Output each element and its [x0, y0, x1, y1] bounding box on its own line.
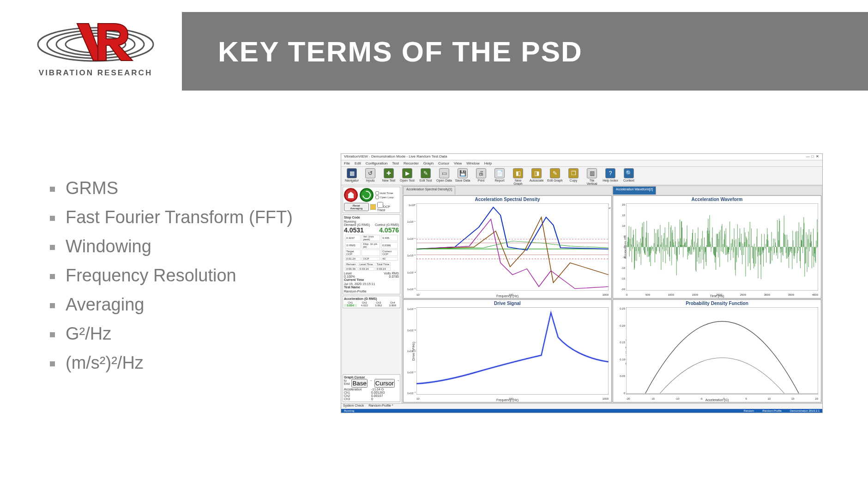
toolbar-context[interactable]: 🔍Context [621, 168, 637, 182]
drive-yticks: 1x10⁻³1x10⁻⁴1x10⁻⁵1x10⁻⁶1x10⁻⁷ [405, 307, 416, 395]
list-item: Frequency Resolution [50, 266, 327, 286]
statusbar: System Check Random-Profile * [341, 403, 822, 409]
menu-configuration[interactable]: Configuration [366, 161, 388, 165]
accel-rms-heading: Acceleration (G RMS) [344, 297, 399, 300]
menu-view[interactable]: View [454, 161, 462, 165]
stopcode-value: Running [344, 220, 399, 223]
svg-rect-412 [626, 307, 818, 395]
stop-button[interactable] [344, 188, 358, 202]
volts-value: 0.0785 [389, 275, 399, 278]
asd-title: Acceleration Spectral Density [404, 197, 611, 202]
list-item: (m/s²)²/Hz [50, 353, 327, 373]
status-testname: Random-Profile * [368, 404, 393, 409]
company-name: VIBRATION RESEARCH [39, 68, 152, 78]
list-item: GRMS [50, 178, 327, 198]
footer-mode: Random [744, 409, 754, 412]
toolbar-navigator[interactable]: ▦Navigator [344, 168, 360, 182]
drive-plot[interactable]: Drive Signal Drive (V²/Hz) Frequency (Hz… [403, 299, 612, 402]
asd-yticks: 1x10⁰1x10⁻¹1x10⁻²1x10⁻³1x10⁻⁴1x10⁻⁵ [405, 203, 416, 291]
drive-canvas [416, 307, 609, 395]
list-item: Averaging [50, 295, 327, 315]
stopcode-heading: Stop Code [344, 216, 399, 219]
wave-title: Acceleration Waveform [613, 197, 821, 202]
close-icon[interactable]: ✕ [815, 154, 820, 158]
maximize-icon[interactable]: □ [810, 154, 815, 158]
menu-graph[interactable]: Graph [423, 161, 434, 165]
cursor-base-button[interactable]: Base [351, 379, 367, 388]
toolbar-autoscale[interactable]: ◨Autoscale [529, 168, 544, 182]
asd-plot[interactable]: Acceleration Spectral Density Accelerati… [403, 195, 612, 298]
open-loop-checkbox[interactable]: Open Loop [375, 195, 394, 199]
drive-title: Drive Signal [404, 301, 611, 306]
reset-indicator-icon [370, 204, 376, 210]
pdf-xticks: -20-15-10-505101520 [626, 397, 818, 400]
vr-logo-icon [33, 17, 158, 67]
footer-bar: Running Random Random-Profile Demonstrat… [341, 409, 822, 413]
control-grms-value: 4.0576 [379, 226, 399, 234]
toolbar-edit-test[interactable]: ✎Edit Test [418, 168, 434, 182]
cursor-cursor-button[interactable]: Cursor [374, 379, 395, 388]
drive-xticks: 101001000 [416, 397, 609, 400]
menu-recorder[interactable]: Recorder [404, 161, 419, 165]
control-panel: Hold Timer Open Loop Reset Averaging OCP… [341, 185, 402, 403]
cursor-heading: Graph Cursor [344, 376, 365, 379]
asd-canvas [416, 203, 609, 291]
hold-timer-checkbox[interactable]: Hold Timer [375, 191, 394, 195]
window-title: VibrationVIEW - Demonstration Mode - Liv… [344, 154, 447, 159]
menu-cursor[interactable]: Cursor [438, 161, 449, 165]
status-system-check: System Check [343, 404, 364, 409]
list-item: Fast Fourier Transform (FFT) [50, 207, 327, 227]
control-label: Control (G RMS) [375, 223, 399, 226]
level-value: 0.100% [344, 275, 355, 278]
testname-value: Random-Profile [344, 290, 399, 293]
reset-averaging-button[interactable]: Reset Averaging [344, 203, 369, 211]
menu-edit[interactable]: Edit [355, 161, 361, 165]
plot-area: Acceleration Spectral Density[1] Acceler… [402, 185, 822, 403]
demand-label: Demand (G RMS) [344, 223, 370, 226]
menubar: FileEditConfigurationTestRecorderGraphCu… [341, 160, 822, 167]
toolbar-print[interactable]: 🖨Print [473, 168, 489, 182]
toolbar-open-test[interactable]: ▶Open Test [399, 168, 415, 182]
channel-values: 3.8544.0223.8623.808 [344, 304, 399, 307]
menu-window[interactable]: Window [466, 161, 479, 165]
toolbar-copy[interactable]: ❐Copy [566, 168, 581, 182]
toolbar-open-data[interactable]: ▭Open Data [436, 168, 452, 182]
ocp-trace-checkbox[interactable]: OCP Trace [377, 202, 399, 212]
pdf-canvas [626, 307, 818, 395]
tab-waveform[interactable]: Acceleration Waveform[2] [613, 186, 656, 195]
waveform-plot[interactable]: Acceleration Waveform Acceleration (G) T… [613, 195, 821, 298]
demand-grms-value: 4.0531 [344, 226, 364, 234]
stop-code-section: Stop Code Running Demand (G RMS) Control… [343, 214, 400, 294]
toolbar-new-test[interactable]: ✚New Test [381, 168, 397, 182]
menu-test[interactable]: Test [392, 161, 399, 165]
footer-profile: Random-Profile [762, 409, 782, 412]
slide-title-bar: KEY TERMS OF THE PSD [182, 12, 868, 91]
slide-title: KEY TERMS OF THE PSD [218, 35, 583, 68]
tab-asd[interactable]: Acceleration Spectral Density[1] [403, 186, 455, 195]
window-buttons: —□✕ [806, 154, 820, 159]
toolbar-new-graph[interactable]: ◧New Graph [510, 168, 526, 185]
graph-cursor-section: Graph Cursor to End Base → Cursor → Acce… [343, 374, 400, 402]
wave-yticks: 20151050-5-10-15-20 [615, 203, 625, 291]
toolbar-edit-graph[interactable]: ✎Edit Graph [547, 168, 563, 182]
list-item: Windowing [50, 237, 327, 256]
footer-version: Demonstration 2019.2.1 [790, 409, 820, 412]
key-terms-list: GRMS Fast Fourier Transform (FFT) Window… [50, 178, 327, 382]
current-time-value: Jul 15, 2020 15:15:11 [344, 282, 399, 286]
toolbar-inputs[interactable]: ↺Inputs [362, 168, 378, 182]
run-button[interactable] [360, 188, 374, 202]
vibrationview-window: VibrationVIEW - Demonstration Mode - Liv… [341, 153, 823, 413]
cursor-mode[interactable]: to End [344, 379, 350, 388]
minimize-icon[interactable]: — [806, 154, 810, 158]
menu-help[interactable]: Help [484, 161, 492, 165]
pdf-title: Probability Density Function [613, 301, 821, 306]
channels-section: Acceleration (G RMS) Ch1Ch2Ch3Ch4 3.8544… [343, 296, 400, 308]
menu-file[interactable]: File [344, 161, 350, 165]
control-buttons-section: Hold Timer Open Loop Reset Averaging OCP… [343, 187, 400, 213]
pdf-plot[interactable]: Probability Density Function Probability… [613, 299, 821, 402]
toolbar-save-data[interactable]: 💾Save Data [455, 168, 470, 182]
volts-rms-label: Volts RMS [384, 272, 399, 275]
toolbar-tile-vertical[interactable]: ▥Tile Vertical [584, 168, 600, 185]
toolbar-help-index[interactable]: ?Help Index [603, 168, 618, 182]
toolbar-report[interactable]: 📄Report [492, 168, 507, 182]
